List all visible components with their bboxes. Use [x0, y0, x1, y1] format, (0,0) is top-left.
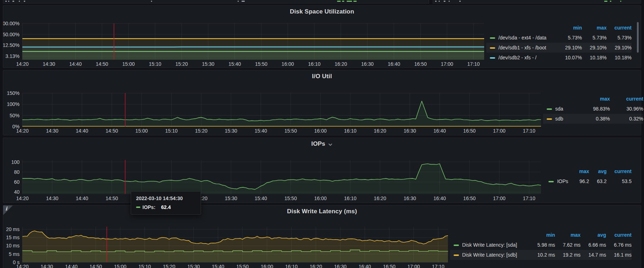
- legend-column-max[interactable]: max: [582, 23, 606, 33]
- svg-text:14:40: 14:40: [76, 128, 88, 134]
- legend-table: maxcurrentsda98.83%30.96%sdb0.38%0.32%: [543, 94, 643, 124]
- legend-scrollbar[interactable]: [637, 22, 639, 53]
- panel-title[interactable]: I/O Util: [312, 73, 332, 80]
- svg-text:12.50%: 12.50%: [3, 42, 20, 48]
- legend-column-min[interactable]: min: [530, 230, 555, 240]
- chevron-down-icon[interactable]: [328, 142, 333, 147]
- svg-text:14:20: 14:20: [16, 264, 28, 268]
- svg-text:15:20: 15:20: [163, 264, 175, 268]
- panel-disk-write-latency: i Disk Write Latency (ms) 0 s5 ms10 ms15…: [3, 205, 641, 268]
- legend-value: 96.2: [571, 176, 589, 186]
- cropped-text-fragment: [151, 1, 152, 2]
- legend-series-toggle[interactable]: /dev/sdb2 - xfs - /: [486, 53, 557, 63]
- cropped-text-fragment: [5, 1, 7, 2]
- legend-column-current[interactable]: current: [610, 94, 643, 104]
- cropped-text-fragment: [610, 1, 611, 2]
- svg-text:17:00: 17:00: [493, 128, 505, 134]
- svg-text:15:40: 15:40: [212, 264, 224, 268]
- svg-text:16:10: 16:10: [285, 264, 298, 268]
- legend-row: /dev/sdb2 - xfs - /10.07%10.18%10.18%: [486, 53, 632, 63]
- svg-text:15:50: 15:50: [255, 61, 267, 67]
- legend-value: 16.1 ms: [606, 250, 632, 260]
- svg-text:15:00: 15:00: [135, 128, 148, 134]
- svg-text:50.00%: 50.00%: [3, 32, 20, 37]
- legend-series-toggle[interactable]: sda: [543, 104, 577, 114]
- legend-value: 98.83%: [577, 104, 610, 114]
- legend-value: 10.18%: [582, 53, 606, 63]
- legend-value: 10.07%: [557, 53, 582, 63]
- legend-column-current[interactable]: current: [607, 166, 632, 176]
- svg-text:14:30: 14:30: [40, 264, 53, 268]
- svg-text:20 ms: 20 ms: [6, 226, 20, 232]
- panel-title[interactable]: IOPs: [311, 140, 325, 148]
- svg-text:14:30: 14:30: [43, 61, 55, 67]
- legend-column-min[interactable]: min: [557, 23, 582, 33]
- svg-text:16:40: 16:40: [433, 195, 446, 201]
- timeseries-chart[interactable]: 3.13%12.50%50.00%200.00%14:2014:3014:401…: [3, 18, 486, 68]
- cropped-text-fragment: [24, 1, 25, 2]
- svg-text:5 ms: 5 ms: [9, 251, 20, 257]
- legend-table: minmaxavgcurrentDisk Write Latency: [sda…: [450, 230, 632, 260]
- series-color-swatch: [548, 181, 554, 182]
- cropped-text-fragment: [342, 1, 344, 2]
- legend-value: 19.2 ms: [555, 250, 581, 260]
- legend-series-toggle[interactable]: Disk Write Latency: [sdb]: [450, 250, 530, 260]
- series-color-swatch: [547, 118, 552, 120]
- svg-text:14:30: 14:30: [46, 195, 58, 201]
- legend-series-toggle[interactable]: /dev/sdb1 - xfs - /boot: [486, 43, 557, 53]
- legend: minmaxcurrent/dev/sda - ext4 - /data5.73…: [486, 18, 641, 68]
- legend-series-toggle[interactable]: IOPs: [545, 176, 571, 186]
- svg-text:16:10: 16:10: [344, 195, 356, 201]
- legend-value: 6.66 ms: [580, 240, 606, 250]
- legend-value: 6.76 ms: [606, 240, 632, 250]
- legend-series-toggle[interactable]: /dev/sda - ext4 - /data: [486, 33, 557, 43]
- legend-column-max[interactable]: max: [571, 166, 589, 176]
- legend-column-avg[interactable]: avg: [589, 166, 607, 176]
- panel-header: I/O Util: [3, 70, 641, 82]
- legend-value: 30.96%: [610, 104, 643, 114]
- legend-table: maxavgcurrentIOPs96.263.253.5: [545, 166, 632, 186]
- cropped-text-fragment: [19, 1, 20, 2]
- svg-text:16:40: 16:40: [388, 61, 400, 67]
- panel-info-icon[interactable]: i: [3, 205, 13, 215]
- panel-title[interactable]: Disk Write Latency (ms): [287, 208, 357, 215]
- svg-text:15:50: 15:50: [285, 128, 297, 134]
- legend-column-max[interactable]: max: [555, 230, 581, 240]
- svg-text:15:30: 15:30: [225, 128, 237, 134]
- legend-column-current[interactable]: current: [606, 230, 632, 240]
- svg-text:15 ms: 15 ms: [6, 235, 20, 240]
- legend-series-toggle[interactable]: Disk Write Latency: [sda]: [450, 240, 530, 250]
- cropped-text-fragment: [604, 1, 607, 2]
- timeseries-chart[interactable]: 0%50%100%150%14:2014:3014:4014:5015:0015…: [3, 82, 543, 136]
- svg-text:200.00%: 200.00%: [3, 21, 20, 26]
- svg-text:17:00: 17:00: [493, 195, 505, 201]
- svg-text:16:50: 16:50: [463, 195, 476, 201]
- legend: maxavgcurrentIOPs96.263.253.5: [543, 150, 641, 203]
- svg-text:16:20: 16:20: [335, 61, 347, 67]
- cropped-text-fragment: [12, 1, 14, 2]
- svg-text:17:10: 17:10: [523, 128, 535, 134]
- svg-text:16:20: 16:20: [374, 128, 386, 134]
- cropped-text-fragment: [8, 1, 9, 2]
- legend-column-current[interactable]: current: [607, 23, 632, 33]
- legend: minmaxavgcurrentDisk Write Latency: [sda…: [450, 218, 641, 268]
- timeseries-chart[interactable]: 0 s5 ms10 ms15 ms20 ms14:2014:3014:4014:…: [3, 218, 450, 268]
- panel-title[interactable]: Disk Space Utilization: [290, 8, 354, 15]
- legend-column-avg[interactable]: avg: [580, 230, 606, 240]
- series-color-swatch: [490, 57, 495, 59]
- legend-value: 5.73%: [582, 33, 606, 43]
- svg-text:16:20: 16:20: [310, 264, 322, 268]
- legend-value: 5.98 ms: [530, 240, 555, 250]
- legend-row: Disk Write Latency: [sdb]10.2 ms19.2 ms1…: [450, 250, 632, 260]
- legend-value: 10.2 ms: [530, 250, 555, 260]
- legend-series-toggle[interactable]: sdb: [543, 114, 577, 124]
- series-color-swatch: [490, 37, 495, 39]
- svg-text:16:30: 16:30: [361, 61, 374, 67]
- cropped-panel-above-left: [3, 0, 429, 4]
- legend-value: 14.7 ms: [580, 250, 606, 260]
- timeseries-chart[interactable]: 40608010014:2014:3014:4014:5015:0015:101…: [3, 150, 543, 203]
- svg-text:3.13%: 3.13%: [5, 53, 20, 59]
- svg-text:150%: 150%: [7, 90, 20, 96]
- legend-column-max[interactable]: max: [577, 94, 610, 104]
- legend-row: /dev/sda - ext4 - /data5.73%5.73%5.73%: [486, 33, 632, 43]
